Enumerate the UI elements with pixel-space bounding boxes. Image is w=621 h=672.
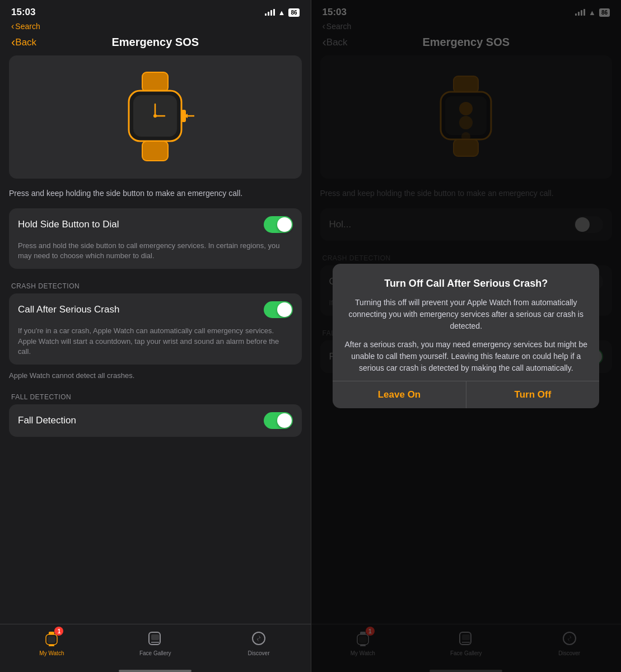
left-tab-bar: 1 My Watch Face Gallery Di — [0, 624, 311, 668]
battery-icon: 86 — [288, 8, 299, 17]
left-status-time: 15:03 — [11, 7, 35, 18]
left-hold-side-label: Hold Side Button to Dial — [18, 219, 119, 230]
left-face-gallery-icon-wrap — [146, 629, 165, 648]
left-fall-card: Fall Detection — [9, 404, 302, 437]
svg-rect-15 — [151, 634, 159, 640]
left-back-search[interactable]: ‹ Search — [11, 21, 40, 31]
left-crash-card: Call After Serious Crash If you're in a … — [9, 293, 302, 365]
svg-marker-18 — [257, 635, 260, 642]
left-hold-side-row: Hold Side Button to Dial — [9, 208, 302, 241]
left-scroll-content: Press and keep holding the side button t… — [0, 55, 311, 624]
wifi-icon: ▲ — [278, 8, 286, 17]
left-back-chevron-icon: ‹ — [11, 21, 14, 31]
left-watch-desc: Press and keep holding the side button t… — [9, 188, 302, 199]
right-modal-leave-on-btn[interactable]: Leave On — [333, 381, 466, 408]
left-tab-discover-label: Discover — [248, 650, 270, 656]
left-crash-section-header: CRASH DETECTION — [9, 273, 302, 293]
left-my-watch-icon-wrap: 1 — [42, 629, 61, 648]
svg-rect-9 — [142, 141, 168, 161]
left-screen: 15:03 ▲ 86 ‹ Search ‹ Back Emergency SOS — [0, 0, 311, 672]
right-modal-title: Turn Off Call After Serious Crash? — [344, 277, 588, 290]
left-watch-card — [9, 55, 302, 179]
right-modal-actions: Leave On Turn Off — [333, 381, 599, 408]
right-modal-body2: After a serious crash, you may need emer… — [344, 339, 588, 374]
left-back-chevron-icon2: ‹ — [11, 35, 15, 50]
left-face-gallery-icon — [147, 631, 163, 646]
signal-icon — [265, 9, 275, 16]
left-crash-row: Call After Serious Crash — [9, 293, 302, 326]
left-hold-side-toggle[interactable] — [264, 216, 293, 233]
left-status-bar: 15:03 ▲ 86 — [0, 0, 311, 20]
left-back-btn[interactable]: Back — [15, 37, 36, 48]
right-screen: 15:03 ▲ 86 ‹ Search ‹ Back Emergency SOS — [311, 0, 622, 672]
left-hold-side-desc: Press and hold the side button to call e… — [9, 241, 302, 269]
left-fall-toggle[interactable] — [264, 412, 293, 429]
right-modal-overlay: Turn Off Call After Serious Crash? Turni… — [311, 0, 622, 672]
svg-rect-12 — [48, 636, 55, 643]
left-fall-section-header: FALL DETECTION — [9, 384, 302, 404]
left-hold-side-btn-card: Hold Side Button to Dial Press and hold … — [9, 208, 302, 269]
left-tab-my-watch[interactable]: 1 My Watch — [35, 629, 68, 656]
left-watch-illustration — [113, 69, 197, 165]
svg-rect-0 — [142, 72, 168, 92]
left-status-icons: ▲ 86 — [265, 8, 300, 17]
left-home-indicator — [119, 670, 192, 672]
left-crash-toggle[interactable] — [264, 301, 293, 318]
left-page-title: Emergency SOS — [111, 36, 199, 49]
left-tab-face-gallery-label: Face Gallery — [139, 650, 171, 656]
right-modal: Turn Off Call After Serious Crash? Turni… — [333, 264, 599, 408]
right-modal-body1: Turning this off will prevent your Apple… — [344, 297, 588, 332]
left-discover-icon — [251, 631, 267, 646]
left-search-label: Search — [15, 22, 40, 31]
left-my-watch-badge: 1 — [54, 627, 63, 636]
left-tab-discover[interactable]: Discover — [242, 629, 276, 656]
left-crash-label: Call After Serious Crash — [18, 304, 119, 315]
right-modal-turn-off-btn[interactable]: Turn Off — [466, 381, 600, 408]
left-fall-row: Fall Detection — [9, 404, 302, 437]
left-tab-face-gallery[interactable]: Face Gallery — [138, 629, 172, 656]
left-tab-my-watch-label: My Watch — [39, 650, 64, 656]
svg-rect-13 — [49, 645, 54, 646]
left-discover-icon-wrap — [249, 629, 268, 648]
left-fall-label: Fall Detection — [18, 415, 76, 426]
left-crash-desc: If you're in a car crash, Apple Watch ca… — [9, 326, 302, 365]
left-cannot-detect: Apple Watch cannot detect all crashes. — [9, 369, 302, 384]
